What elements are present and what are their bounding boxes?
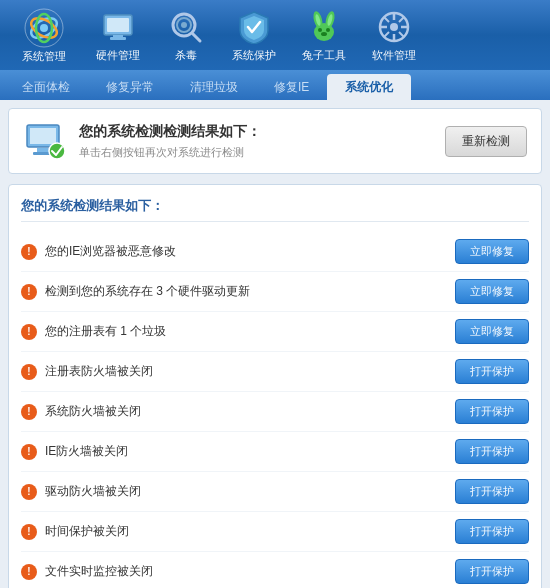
action-btn-4[interactable]: 打开保护 [455,399,529,424]
svg-line-29 [399,17,404,22]
result-left-5: ! IE防火墙被关闭 [21,443,455,460]
nav-kill-label: 杀毒 [175,48,197,63]
warning-icon-7: ! [21,524,37,540]
nav-kill[interactable]: 杀毒 [156,2,216,69]
result-left-0: ! 您的IE浏览器被恶意修改 [21,243,455,260]
svg-line-28 [399,32,404,37]
result-text-2: 您的注册表有 1 个垃圾 [45,323,166,340]
svg-point-18 [318,28,322,32]
result-row-7: ! 时间保护被关闭 打开保护 [21,512,529,552]
result-text-5: IE防火墙被关闭 [45,443,128,460]
nav-rabbit-tools[interactable]: 兔子工具 [292,2,356,69]
logo-label: 系统管理 [22,49,66,64]
summary-text: 您的系统检测检测结果如下： 单击右侧按钮再次对系统进行检测 [79,123,261,160]
result-row-5: ! IE防火墙被关闭 打开保护 [21,432,529,472]
recheck-button[interactable]: 重新检测 [445,126,527,157]
tab-system-optimize[interactable]: 系统优化 [327,74,411,100]
summary-card: 您的系统检测检测结果如下： 单击右侧按钮再次对系统进行检测 重新检测 [8,108,542,174]
logo-area[interactable]: 系统管理 [8,1,80,70]
software-icon [375,8,413,46]
result-left-1: ! 检测到您的系统存在 3 个硬件驱动更新 [21,283,455,300]
hardware-icon [99,8,137,46]
nav-system-protect[interactable]: 系统保护 [222,2,286,69]
nav-protect-label: 系统保护 [232,48,276,63]
rabbit-icon [305,8,343,46]
svg-point-19 [326,28,330,32]
action-btn-3[interactable]: 打开保护 [455,359,529,384]
results-panel: 您的系统检测结果如下： ! 您的IE浏览器被恶意修改 立即修复 ! 检测到您的系… [8,184,542,588]
nav-software-mgmt[interactable]: 软件管理 [362,2,426,69]
result-left-6: ! 驱动防火墙被关闭 [21,483,455,500]
result-text-6: 驱动防火墙被关闭 [45,483,141,500]
summary-left: 您的系统检测检测结果如下： 单击右侧按钮再次对系统进行检测 [23,119,261,163]
result-left-8: ! 文件实时监控被关闭 [21,563,455,580]
tab-repair-abnormal[interactable]: 修复异常 [88,74,172,100]
warning-icon-5: ! [21,444,37,460]
result-text-4: 系统防火墙被关闭 [45,403,141,420]
main-content: 您的系统检测检测结果如下： 单击右侧按钮再次对系统进行检测 重新检测 您的系统检… [0,100,550,588]
warning-icon-2: ! [21,324,37,340]
action-btn-8[interactable]: 打开保护 [455,559,529,584]
svg-point-22 [390,23,398,31]
svg-line-30 [384,32,389,37]
action-btn-1[interactable]: 立即修复 [455,279,529,304]
top-navigation: 系统管理 硬件管理 杀毒 [0,0,550,70]
action-btn-5[interactable]: 打开保护 [455,439,529,464]
tab-bar: 全面体检 修复异常 清理垃圾 修复IE 系统优化 [0,70,550,100]
nav-rabbit-label: 兔子工具 [302,48,346,63]
warning-icon-6: ! [21,484,37,500]
system-protect-icon [235,8,273,46]
result-text-8: 文件实时监控被关闭 [45,563,153,580]
summary-title: 您的系统检测检测结果如下： [79,123,261,141]
result-left-2: ! 您的注册表有 1 个垃圾 [21,323,455,340]
svg-line-12 [193,34,200,41]
svg-point-4 [40,24,48,32]
tab-full-check[interactable]: 全面体检 [4,74,88,100]
result-text-1: 检测到您的系统存在 3 个硬件驱动更新 [45,283,250,300]
summary-computer-icon [23,119,67,163]
result-left-3: ! 注册表防火墙被关闭 [21,363,455,380]
logo-icon [23,7,65,49]
action-btn-7[interactable]: 打开保护 [455,519,529,544]
nav-hardware-mgmt[interactable]: 硬件管理 [86,2,150,69]
result-text-7: 时间保护被关闭 [45,523,129,540]
svg-rect-8 [113,35,123,38]
action-btn-0[interactable]: 立即修复 [455,239,529,264]
svg-rect-6 [107,18,129,32]
action-btn-6[interactable]: 打开保护 [455,479,529,504]
nav-hardware-label: 硬件管理 [96,48,140,63]
warning-icon-0: ! [21,244,37,260]
result-text-3: 注册表防火墙被关闭 [45,363,153,380]
action-btn-2[interactable]: 立即修复 [455,319,529,344]
warning-icon-3: ! [21,364,37,380]
svg-line-27 [384,17,389,22]
result-row-8: ! 文件实时监控被关闭 打开保护 [21,552,529,588]
result-row-6: ! 驱动防火墙被关闭 打开保护 [21,472,529,512]
result-row-1: ! 检测到您的系统存在 3 个硬件驱动更新 立即修复 [21,272,529,312]
tab-clean-junk[interactable]: 清理垃圾 [172,74,256,100]
svg-point-11 [181,22,187,28]
warning-icon-4: ! [21,404,37,420]
result-row-2: ! 您的注册表有 1 个垃圾 立即修复 [21,312,529,352]
nav-software-label: 软件管理 [372,48,416,63]
warning-icon-1: ! [21,284,37,300]
summary-subtitle: 单击右侧按钮再次对系统进行检测 [79,145,261,160]
result-left-4: ! 系统防火墙被关闭 [21,403,455,420]
results-title: 您的系统检测结果如下： [21,197,529,222]
warning-icon-8: ! [21,564,37,580]
result-text-0: 您的IE浏览器被恶意修改 [45,243,176,260]
result-row-0: ! 您的IE浏览器被恶意修改 立即修复 [21,232,529,272]
tab-repair-ie[interactable]: 修复IE [256,74,327,100]
kill-icon [167,8,205,46]
result-left-7: ! 时间保护被关闭 [21,523,455,540]
result-row-4: ! 系统防火墙被关闭 打开保护 [21,392,529,432]
svg-point-20 [321,32,327,36]
svg-rect-32 [30,128,56,144]
result-row-3: ! 注册表防火墙被关闭 打开保护 [21,352,529,392]
